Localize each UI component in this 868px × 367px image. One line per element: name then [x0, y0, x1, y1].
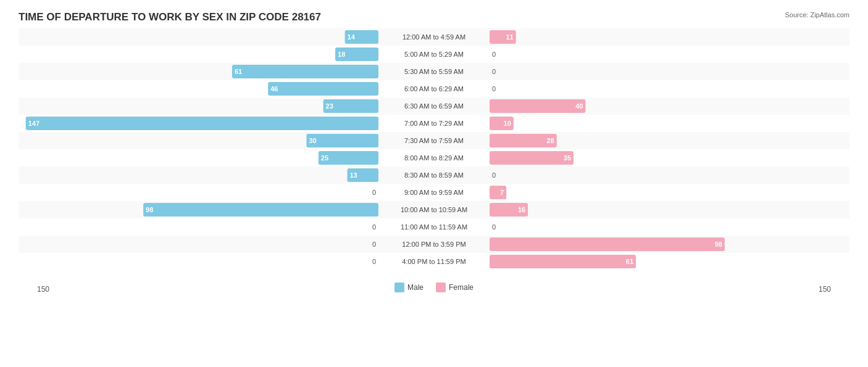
svg-text:9:00 AM to 9:59 AM: 9:00 AM to 9:59 AM: [404, 189, 464, 196]
svg-text:40: 40: [575, 102, 583, 110]
svg-text:5:00 AM to 5:29 AM: 5:00 AM to 5:29 AM: [404, 51, 464, 58]
legend-female-box: [436, 282, 446, 292]
svg-text:61: 61: [235, 68, 242, 75]
bar-chart-svg: 1412:00 AM to 4:59 AM11185:00 AM to 5:29…: [19, 28, 849, 273]
svg-text:35: 35: [564, 154, 571, 162]
svg-rect-73: [490, 255, 636, 268]
axis-label-right: 150: [819, 285, 831, 294]
legend-female-label: Female: [449, 283, 474, 292]
svg-text:25: 25: [321, 154, 328, 162]
axis-label-left: 150: [37, 285, 49, 294]
svg-text:12:00 AM to 4:59 AM: 12:00 AM to 4:59 AM: [403, 33, 465, 41]
svg-text:4:00 PM to 11:59 PM: 4:00 PM to 11:59 PM: [402, 258, 465, 265]
svg-text:18: 18: [338, 51, 345, 58]
chart-area: 1412:00 AM to 4:59 AM11185:00 AM to 5:29…: [19, 28, 849, 275]
svg-rect-25: [490, 99, 585, 113]
source-text: Source: ZipAtlas.com: [785, 11, 849, 19]
svg-text:0: 0: [492, 223, 496, 231]
legend: Male Female: [19, 282, 849, 292]
svg-rect-43: [490, 151, 574, 165]
svg-text:5:30 AM to 5:59 AM: 5:30 AM to 5:59 AM: [404, 68, 464, 75]
svg-text:46: 46: [270, 85, 278, 93]
svg-text:6:00 AM to 6:29 AM: 6:00 AM to 6:29 AM: [404, 85, 464, 93]
svg-text:8:00 AM to 8:29 AM: 8:00 AM to 8:29 AM: [404, 154, 464, 162]
chart-title: TIME OF DEPARTURE TO WORK BY SEX IN ZIP …: [19, 11, 849, 23]
svg-text:7:30 AM to 7:59 AM: 7:30 AM to 7:59 AM: [404, 137, 464, 144]
legend-male: Male: [394, 282, 424, 292]
svg-text:23: 23: [326, 102, 333, 110]
svg-rect-34: [306, 134, 378, 147]
svg-rect-12: [232, 65, 378, 78]
svg-text:0: 0: [492, 51, 496, 58]
svg-text:11:00 AM to 11:59 AM: 11:00 AM to 11:59 AM: [401, 223, 467, 231]
svg-text:10:00 AM to 10:59 AM: 10:00 AM to 10:59 AM: [401, 206, 467, 213]
svg-text:98: 98: [715, 241, 722, 248]
svg-text:0: 0: [492, 68, 496, 75]
chart-container: TIME OF DEPARTURE TO WORK BY SEX IN ZIP …: [0, 0, 868, 367]
svg-text:0: 0: [372, 241, 376, 248]
svg-rect-17: [268, 82, 378, 96]
svg-text:0: 0: [372, 189, 376, 196]
svg-text:0: 0: [492, 171, 496, 179]
svg-text:30: 30: [309, 137, 316, 144]
svg-text:14: 14: [348, 33, 356, 41]
svg-text:0: 0: [372, 223, 376, 231]
svg-text:28: 28: [547, 137, 554, 144]
svg-rect-56: [143, 203, 378, 216]
svg-text:0: 0: [492, 85, 496, 93]
legend-male-label: Male: [407, 283, 424, 292]
svg-text:98: 98: [146, 206, 153, 213]
svg-rect-28: [26, 117, 378, 130]
svg-text:11: 11: [506, 33, 514, 41]
svg-text:61: 61: [626, 258, 633, 265]
svg-text:8:30 AM to 8:59 AM: 8:30 AM to 8:59 AM: [404, 171, 464, 179]
svg-text:147: 147: [28, 120, 40, 127]
svg-text:13: 13: [349, 171, 357, 179]
svg-text:16: 16: [518, 206, 525, 213]
svg-text:12:00 PM to 3:59 PM: 12:00 PM to 3:59 PM: [402, 241, 465, 248]
svg-text:7: 7: [500, 189, 504, 196]
legend-male-box: [394, 282, 404, 292]
svg-text:10: 10: [504, 120, 511, 127]
svg-rect-68: [490, 237, 725, 251]
legend-female: Female: [436, 282, 474, 292]
svg-text:7:00 AM to 7:29 AM: 7:00 AM to 7:29 AM: [404, 120, 464, 127]
svg-text:0: 0: [372, 258, 376, 265]
svg-text:6:30 AM to 6:59 AM: 6:30 AM to 6:59 AM: [404, 102, 464, 110]
